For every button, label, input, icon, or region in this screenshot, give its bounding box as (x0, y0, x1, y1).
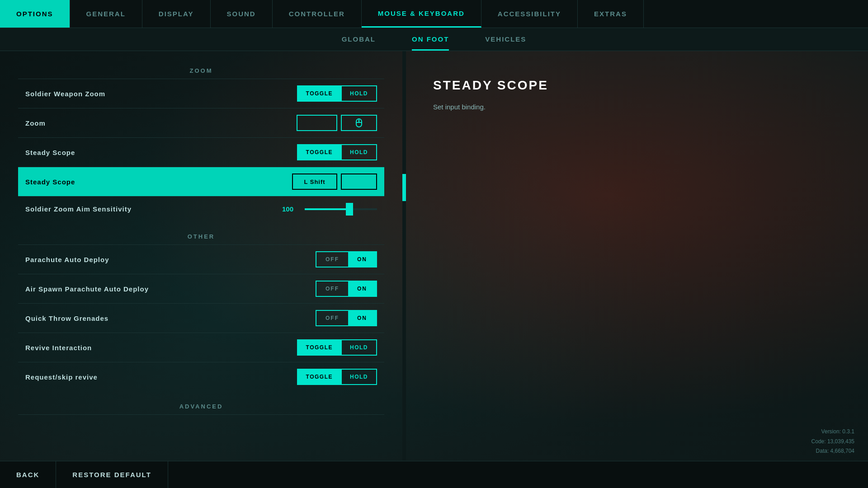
toggle-part-toggle[interactable]: TOGGLE (298, 86, 341, 101)
nav-item-mouse-keyboard[interactable]: MOUSE & KEYBOARD (362, 0, 481, 28)
nav-item-display[interactable]: DISPLAY (142, 0, 211, 28)
control-request-skip-revive: TOGGLE HOLD (297, 369, 377, 385)
row-steady-scope-key[interactable]: Steady Scope L Shift (18, 167, 384, 196)
version-line1: Version: 0.3.1 (811, 427, 854, 437)
row-label-steady-scope-toggle: Steady Scope (25, 149, 75, 156)
row-label-soldier-weapon-zoom: Soldier Weapon Zoom (25, 90, 105, 98)
info-panel: STEADY SCOPE Set input binding. (406, 51, 868, 460)
row-label-quick-throw-grenades: Quick Throw Grenades (25, 314, 108, 322)
row-label-revive-interaction: Revive Interaction (25, 344, 92, 352)
toggle-hold-soldier-weapon-zoom[interactable]: TOGGLE HOLD (297, 85, 377, 102)
on-part-air-spawn[interactable]: ON (348, 282, 376, 296)
scroll-track[interactable] (402, 51, 406, 460)
row-soldier-zoom-aim-sensitivity[interactable]: Soldier Zoom Aim Sensitivity 100 (18, 196, 384, 221)
nav-item-options[interactable]: OPTIONS (0, 0, 70, 28)
section-header-zoom: ZOOM (18, 60, 384, 79)
row-parachute-auto-deploy[interactable]: Parachute Auto Deploy OFF ON (18, 244, 384, 274)
svg-point-3 (359, 120, 360, 122)
nav-item-general[interactable]: GENERAL (70, 0, 142, 28)
section-header-other: OTHER (18, 226, 384, 244)
sub-nav-global[interactable]: GLOBAL (342, 35, 376, 51)
off-part-air-spawn[interactable]: OFF (316, 282, 348, 296)
toggle-part-toggle-revive[interactable]: TOGGLE (298, 340, 341, 355)
toggle-part-hold-revive[interactable]: HOLD (342, 340, 376, 355)
row-revive-interaction[interactable]: Revive Interaction TOGGLE HOLD (18, 333, 384, 362)
main-content: ZOOM Soldier Weapon Zoom TOGGLE HOLD Zoo… (0, 51, 868, 460)
toggle-part-hold-rsr[interactable]: HOLD (342, 370, 376, 384)
sub-nav-on-foot[interactable]: ON FOOT (412, 35, 449, 51)
row-label-soldier-zoom-aim-sensitivity: Soldier Zoom Aim Sensitivity (25, 205, 132, 213)
control-revive-interaction: TOGGLE HOLD (297, 339, 377, 356)
row-label-zoom: Zoom (25, 119, 46, 127)
control-parachute-auto-deploy: OFF ON (316, 251, 377, 267)
row-label-parachute-auto-deploy: Parachute Auto Deploy (25, 256, 109, 263)
off-on-air-spawn[interactable]: OFF ON (316, 281, 377, 297)
control-steady-scope-key: L Shift (292, 174, 377, 190)
mouse-icon (354, 118, 364, 128)
version-line3: Data: 4,668,704 (811, 446, 854, 456)
on-part-parachute[interactable]: ON (348, 252, 376, 267)
nav-item-controller[interactable]: CONTROLLER (273, 0, 362, 28)
toggle-part-toggle-ss[interactable]: TOGGLE (298, 145, 341, 160)
nav-item-extras[interactable]: EXTRAS (578, 0, 644, 28)
scroll-thumb[interactable] (402, 174, 406, 201)
version-line2: Code: 13,039,435 (811, 437, 854, 447)
slider-thumb[interactable] (346, 203, 353, 216)
sub-nav: GLOBAL ON FOOT VEHICLES (0, 28, 868, 51)
off-part-parachute[interactable]: OFF (316, 252, 348, 267)
slider-fill (305, 208, 349, 210)
advanced-divider (18, 414, 384, 415)
slider-value-zoom-sensitivity: 100 (282, 205, 298, 213)
row-label-air-spawn-parachute: Air Spawn Parachute Auto Deploy (25, 285, 149, 293)
row-quick-throw-grenades[interactable]: Quick Throw Grenades OFF ON (18, 303, 384, 333)
restore-default-button[interactable]: RESTORE DEFAULT (56, 461, 168, 488)
key-bind-empty[interactable] (341, 174, 377, 190)
back-button[interactable]: BACK (0, 461, 56, 488)
row-steady-scope-toggle[interactable]: Steady Scope TOGGLE HOLD (18, 137, 384, 167)
off-on-parachute[interactable]: OFF ON (316, 251, 377, 267)
toggle-hold-steady-scope[interactable]: TOGGLE HOLD (297, 144, 377, 160)
key-bind-zoom-secondary[interactable] (341, 115, 377, 131)
version-info: Version: 0.3.1 Code: 13,039,435 Data: 4,… (811, 427, 854, 456)
row-request-skip-revive[interactable]: Request/skip revive TOGGLE HOLD (18, 362, 384, 391)
toggle-hold-revive[interactable]: TOGGLE HOLD (297, 339, 377, 356)
sub-nav-vehicles[interactable]: VEHICLES (485, 35, 526, 51)
row-zoom[interactable]: Zoom (18, 108, 384, 137)
nav-item-accessibility[interactable]: ACCESSIBILITY (481, 0, 578, 28)
control-zoom (297, 115, 377, 131)
control-quick-throw-grenades: OFF ON (316, 310, 377, 326)
on-part-quick-throw[interactable]: ON (348, 311, 376, 325)
control-steady-scope-toggle: TOGGLE HOLD (297, 144, 377, 160)
toggle-part-hold-ss[interactable]: HOLD (342, 145, 376, 160)
key-bind-lshift[interactable]: L Shift (292, 174, 337, 190)
nav-item-sound[interactable]: SOUND (211, 0, 273, 28)
top-nav: OPTIONS GENERAL DISPLAY SOUND CONTROLLER… (0, 0, 868, 28)
row-label-request-skip-revive: Request/skip revive (25, 373, 98, 381)
toggle-part-toggle-rsr[interactable]: TOGGLE (298, 370, 341, 384)
bottom-bar: BACK RESTORE DEFAULT (0, 461, 868, 488)
control-air-spawn-parachute: OFF ON (316, 281, 377, 297)
settings-panel: ZOOM Soldier Weapon Zoom TOGGLE HOLD Zoo… (0, 51, 402, 460)
toggle-hold-request-skip-revive[interactable]: TOGGLE HOLD (297, 369, 377, 385)
slider-track-zoom-sensitivity[interactable] (305, 208, 377, 210)
row-air-spawn-parachute[interactable]: Air Spawn Parachute Auto Deploy OFF ON (18, 274, 384, 303)
row-soldier-weapon-zoom[interactable]: Soldier Weapon Zoom TOGGLE HOLD (18, 79, 384, 108)
key-bind-zoom-primary[interactable] (297, 115, 337, 131)
section-header-advanced: ADVANCED (18, 396, 384, 414)
control-slider-zoom-sensitivity: 100 (282, 205, 377, 213)
control-soldier-weapon-zoom: TOGGLE HOLD (297, 85, 377, 102)
row-label-steady-scope-key: Steady Scope (25, 178, 75, 186)
info-panel-description: Set input binding. (433, 102, 841, 113)
toggle-part-hold[interactable]: HOLD (342, 86, 376, 101)
off-part-quick-throw[interactable]: OFF (316, 311, 348, 325)
info-panel-title: STEADY SCOPE (433, 78, 841, 93)
off-on-quick-throw[interactable]: OFF ON (316, 310, 377, 326)
